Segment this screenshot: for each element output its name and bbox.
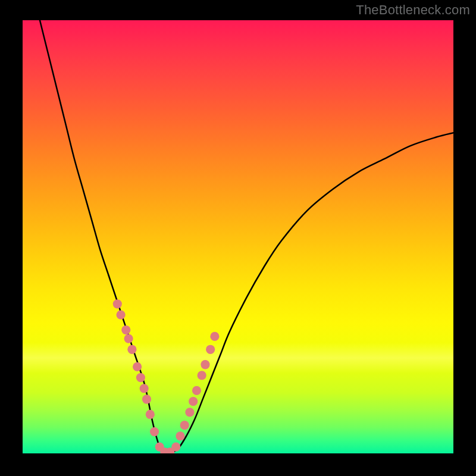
dot-marker	[185, 408, 194, 416]
plot-area	[23, 20, 453, 453]
dot-marker	[142, 394, 151, 403]
dot-marker	[210, 332, 219, 341]
chart-svg	[23, 20, 453, 453]
dot-marker	[198, 371, 206, 380]
watermark-text: TheBottleneck.com	[356, 2, 470, 18]
dot-marker	[201, 360, 209, 369]
dot-marker	[180, 421, 189, 430]
dot-marker	[136, 373, 145, 382]
chart-frame: TheBottleneck.com	[0, 0, 476, 476]
dot-marker	[189, 397, 198, 406]
dot-marker	[127, 345, 136, 354]
dot-marker	[124, 334, 133, 343]
dot-marker	[113, 299, 122, 308]
dot-marker	[192, 386, 201, 395]
dot-markers	[113, 299, 220, 453]
dot-marker	[133, 362, 142, 371]
dot-marker	[146, 410, 155, 419]
dot-marker	[116, 310, 125, 319]
dot-marker	[171, 442, 180, 451]
bottleneck-curve	[40, 20, 453, 453]
dot-marker	[176, 431, 184, 440]
dot-marker	[206, 345, 215, 354]
dot-marker	[121, 325, 130, 334]
dot-marker	[140, 384, 149, 393]
dot-marker	[150, 427, 159, 436]
